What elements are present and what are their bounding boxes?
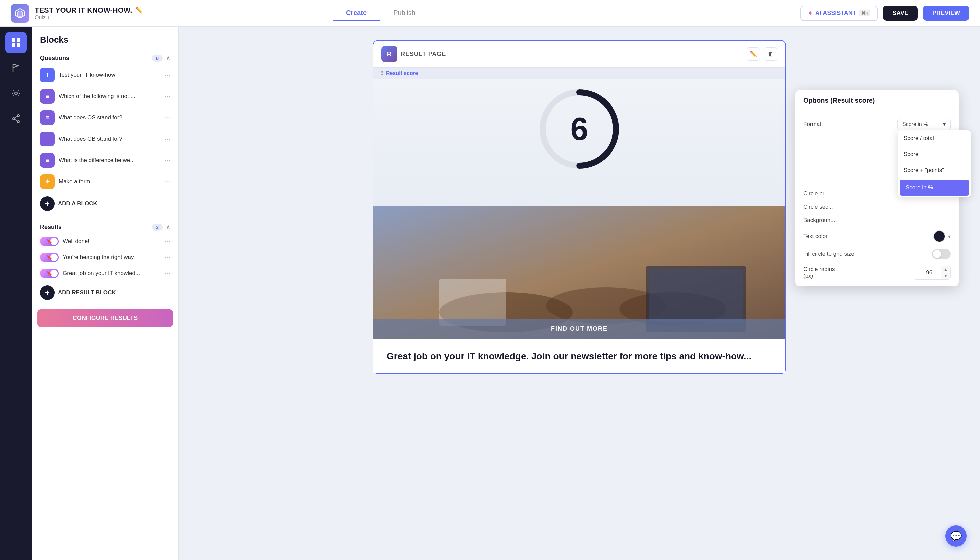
dropdown-item-score-percent[interactable]: Score in %	[900, 180, 969, 196]
ai-assistant-button[interactable]: ✦ AI ASSISTANT ⌘K	[800, 6, 878, 21]
chat-bubble-button[interactable]: 💬	[945, 525, 967, 547]
block-more-icon[interactable]: ···	[164, 71, 170, 79]
circle-radius-label: Circle radius (px)	[803, 266, 835, 279]
edit-card-button[interactable]: ✏️	[747, 47, 760, 61]
icon-sidebar	[0, 27, 32, 560]
result-toggle-icon: 🔖	[40, 237, 59, 246]
block-more-icon[interactable]: ···	[164, 92, 170, 101]
add-result-plus-icon: +	[40, 285, 55, 300]
number-increment-button[interactable]: ▲	[941, 266, 950, 273]
questions-section-header[interactable]: Questions 6 ∧	[37, 52, 173, 64]
result-toggle-icon: 🔖	[40, 253, 59, 262]
list-item[interactable]: ≡ What does GB stand for? ···	[37, 128, 173, 150]
result-page-card: R RESULT PAGE ✏️ 🗑 ⠿ Result score	[373, 40, 786, 374]
info-icon[interactable]: ℹ	[48, 15, 49, 20]
number-decrement-button[interactable]: ▼	[941, 273, 950, 279]
list-item[interactable]: ≡ What does OS stand for? ···	[37, 107, 173, 128]
list-item[interactable]: T Test your IT know-how ···	[37, 64, 173, 86]
add-result-block-button[interactable]: + ADD RESULT BLOCK	[37, 281, 173, 304]
svg-point-7	[17, 115, 19, 117]
circle-radius-input[interactable]	[914, 267, 941, 279]
list-item[interactable]: ≡ Which of the following is not ... ···	[37, 86, 173, 107]
block-more-icon[interactable]: ···	[164, 177, 170, 186]
dropdown-item-score[interactable]: Score	[898, 146, 971, 162]
configure-results-button[interactable]: CONFIGURE RESULTS	[37, 309, 173, 327]
questions-collapse-icon: ∧	[166, 54, 170, 62]
options-panel: Options (Result score) Format Score in %…	[795, 90, 959, 286]
result-more-icon[interactable]: ···	[164, 253, 170, 262]
block-label: Test your IT know-how	[59, 72, 160, 78]
topbar-right: ✦ AI ASSISTANT ⌘K SAVE PREVIEW	[800, 6, 969, 21]
ai-sparkle-icon: ✦	[808, 10, 813, 17]
dropdown-item-score-total[interactable]: Score / total	[898, 130, 971, 146]
options-panel-title: Options (Result score)	[795, 90, 959, 111]
sidebar-item-settings[interactable]	[5, 83, 27, 104]
block-more-icon[interactable]: ···	[164, 113, 170, 122]
sidebar-item-share[interactable]	[5, 108, 27, 129]
svg-rect-2	[12, 38, 15, 42]
list-item[interactable]: ✦ Make a form ···	[37, 171, 173, 192]
edit-title-icon[interactable]: ✏️	[135, 7, 143, 14]
sidebar-item-blocks[interactable]	[5, 32, 27, 53]
topbar: TEST YOUR IT KNOW-HOW. ✏️ Quiz ℹ Create …	[0, 0, 980, 27]
result-label: Well done!	[63, 238, 160, 245]
delete-card-button[interactable]: 🗑	[764, 47, 777, 61]
format-label: Format	[803, 121, 821, 128]
circle-secondary-label: Circle sec...	[803, 204, 833, 210]
fill-circle-toggle[interactable]	[932, 249, 951, 259]
format-dropdown[interactable]: Score in % ▾ Score / total Score Score +…	[897, 118, 951, 130]
toggle-knob	[933, 250, 941, 258]
card-actions: ✏️ 🗑	[747, 47, 777, 61]
svg-rect-3	[17, 38, 20, 42]
add-result-label: ADD RESULT BLOCK	[58, 289, 116, 296]
list-item[interactable]: 🔖 Great job on your IT knowled... ···	[37, 265, 173, 281]
result-score-bar[interactable]: ⠿ Result score	[373, 68, 785, 79]
block-label: What is the difference betwe...	[59, 157, 160, 164]
logo-icon[interactable]	[11, 4, 29, 23]
result-more-icon[interactable]: ···	[164, 237, 170, 246]
list-item[interactable]: 🔖 Well done! ···	[37, 233, 173, 249]
result-more-icon[interactable]: ···	[164, 269, 170, 278]
fill-circle-label: Fill circle to grid size	[803, 251, 854, 257]
svg-line-10	[15, 116, 17, 118]
block-more-icon[interactable]: ···	[164, 135, 170, 143]
block-more-icon[interactable]: ···	[164, 156, 170, 165]
block-label: What does GB stand for?	[59, 136, 160, 142]
preview-button[interactable]: PREVIEW	[923, 6, 969, 21]
block-type-icon: ✦	[40, 174, 55, 189]
main-layout: Blocks Questions 6 ∧ T Test your IT know…	[0, 27, 980, 560]
tab-publish[interactable]: Publish	[380, 6, 429, 21]
svg-line-11	[15, 119, 17, 121]
list-item[interactable]: ≡ What is the difference betwe... ···	[37, 150, 173, 171]
sidebar-item-flag[interactable]	[5, 57, 27, 79]
svg-point-8	[13, 118, 15, 120]
dropdown-item-score-points[interactable]: Score + "points"	[898, 162, 971, 178]
format-selected-value: Score in %	[902, 121, 928, 127]
photo-overlay: FIND OUT MORE	[373, 319, 785, 339]
block-label: Which of the following is not ...	[59, 93, 160, 100]
text-color-swatch[interactable]	[933, 230, 945, 242]
result-page-icon: R	[381, 46, 397, 62]
results-section-header[interactable]: Results 3 ∧	[37, 221, 173, 233]
text-color-chevron-icon: ▾	[948, 233, 951, 240]
circle-primary-label: Circle pri...	[803, 190, 830, 197]
questions-section-title: Questions	[40, 55, 69, 62]
svg-rect-19	[649, 269, 743, 322]
canvas-area: R RESULT PAGE ✏️ 🗑 ⠿ Result score	[179, 27, 980, 560]
svg-marker-1	[17, 11, 23, 17]
blocks-panel-title: Blocks	[37, 35, 173, 52]
tab-create[interactable]: Create	[333, 6, 380, 21]
add-block-button[interactable]: + ADD A BLOCK	[37, 192, 173, 215]
score-circle-container: 6	[536, 86, 623, 172]
text-color-row: Text color ▾	[803, 230, 951, 242]
number-arrows: ▲ ▼	[941, 266, 950, 279]
format-dropdown-menu[interactable]: Score / total Score Score + "points" Sco…	[898, 130, 971, 197]
card-footer: Great job on your IT knowledge. Join our…	[373, 339, 785, 373]
options-body: Format Score in % ▾ Score / total Score …	[795, 111, 959, 286]
save-button[interactable]: SAVE	[883, 6, 918, 21]
block-type-icon: ≡	[40, 132, 55, 146]
result-page-label: RESULT PAGE	[401, 51, 446, 58]
circle-secondary-row: Circle sec...	[803, 204, 951, 210]
list-item[interactable]: 🔖 You're heading the right way. ···	[37, 249, 173, 265]
block-type-icon: ≡	[40, 153, 55, 168]
